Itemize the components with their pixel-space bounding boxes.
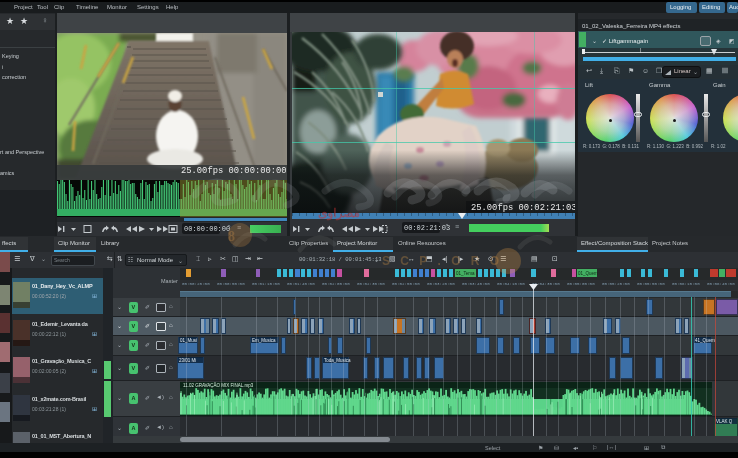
svg-text:11.02 GRAVAÇÃO MIX FINAL.mp3: 11.02 GRAVAÇÃO MIX FINAL.mp3 [183, 382, 254, 388]
